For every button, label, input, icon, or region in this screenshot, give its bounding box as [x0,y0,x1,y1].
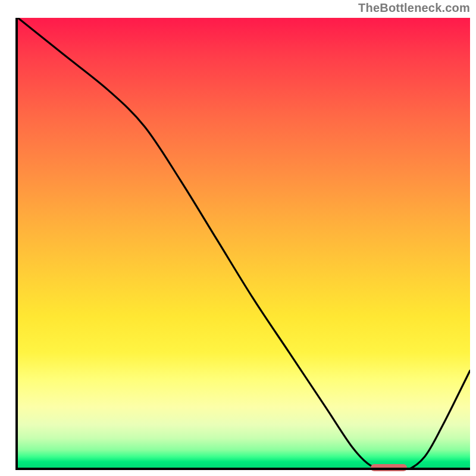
bottleneck-curve [18,18,470,470]
chart-plot-area [18,18,470,470]
attribution-text: TheBottleneck.com [358,1,470,15]
x-axis [15,468,470,470]
y-axis [15,18,18,470]
